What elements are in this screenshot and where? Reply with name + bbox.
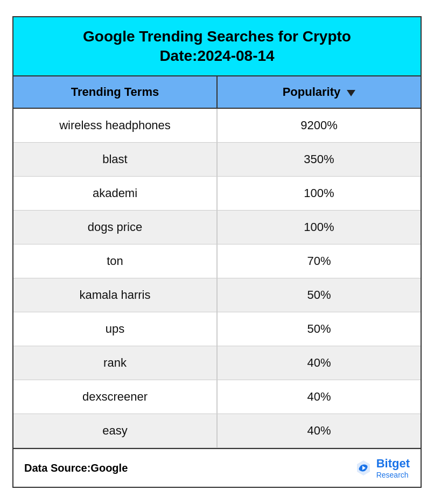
term-cell: dogs price bbox=[13, 211, 218, 244]
bitget-research: Research bbox=[376, 471, 409, 479]
term-cell: wireless headphones bbox=[13, 109, 218, 142]
popularity-cell: 40% bbox=[218, 346, 421, 380]
footer-section: Data Source:Google Bitget Research bbox=[13, 448, 421, 487]
term-cell: kamala harris bbox=[13, 278, 218, 312]
table-row: ups 50% bbox=[13, 312, 421, 346]
bitget-icon bbox=[354, 458, 373, 478]
data-table: Trending Terms Popularity wireless headp… bbox=[13, 76, 421, 448]
column-header-terms: Trending Terms bbox=[13, 76, 218, 108]
table-row: wireless headphones 9200% bbox=[13, 109, 421, 143]
popularity-cell: 350% bbox=[218, 143, 421, 176]
table-row: blast 350% bbox=[13, 143, 421, 177]
term-cell: ton bbox=[13, 244, 218, 278]
popularity-cell: 100% bbox=[218, 177, 421, 210]
bitget-logo: Bitget Research bbox=[354, 457, 410, 479]
term-cell: akademi bbox=[13, 177, 218, 210]
chart-title: Google Trending Searches for Crypto Date… bbox=[24, 27, 410, 66]
table-row: kamala harris 50% bbox=[13, 278, 421, 312]
bitget-name: Bitget bbox=[376, 457, 410, 471]
bitget-brand-text: Bitget Research bbox=[376, 457, 410, 479]
term-cell: dexscreener bbox=[13, 380, 218, 414]
main-container: Google Trending Searches for Crypto Date… bbox=[12, 16, 422, 488]
term-cell: rank bbox=[13, 346, 218, 380]
table-header: Trending Terms Popularity bbox=[13, 76, 421, 109]
popularity-cell: 50% bbox=[218, 312, 421, 346]
table-row: dogs price 100% bbox=[13, 211, 421, 244]
popularity-cell: 70% bbox=[218, 244, 421, 278]
sort-desc-icon bbox=[347, 90, 355, 96]
table-body: wireless headphones 9200% blast 350% aka… bbox=[13, 109, 421, 448]
term-cell: blast bbox=[13, 143, 218, 176]
table-row: ton 70% bbox=[13, 244, 421, 278]
table-row: rank 40% bbox=[13, 346, 421, 380]
popularity-cell: 50% bbox=[218, 278, 421, 312]
table-row: akademi 100% bbox=[13, 177, 421, 211]
title-section: Google Trending Searches for Crypto Date… bbox=[13, 17, 421, 77]
popularity-cell: 40% bbox=[218, 414, 421, 447]
column-header-popularity: Popularity bbox=[218, 76, 421, 108]
popularity-cell: 9200% bbox=[218, 109, 421, 142]
table-row: easy 40% bbox=[13, 414, 421, 448]
term-cell: easy bbox=[13, 414, 218, 447]
popularity-cell: 40% bbox=[218, 380, 421, 414]
term-cell: ups bbox=[13, 312, 218, 346]
popularity-cell: 100% bbox=[218, 211, 421, 244]
table-row: dexscreener 40% bbox=[13, 380, 421, 414]
data-source-label: Data Source:Google bbox=[24, 462, 128, 474]
